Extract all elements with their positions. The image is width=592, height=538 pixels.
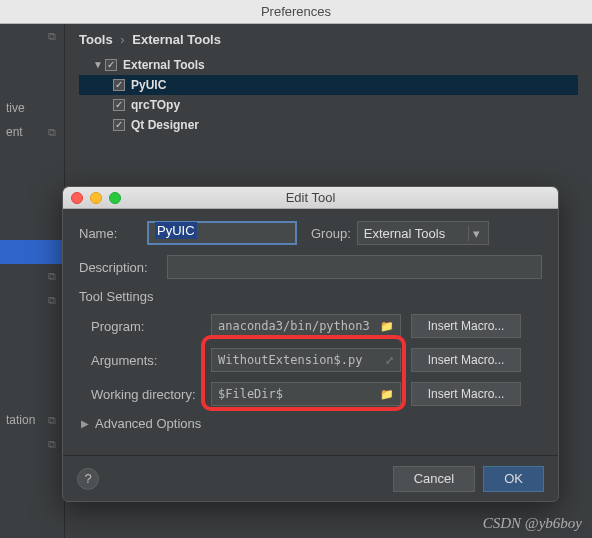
copy-icon: ⧉ <box>48 120 56 144</box>
breadcrumb: Tools › External Tools <box>79 32 578 47</box>
sidebar-item[interactable]: tive <box>0 96 64 120</box>
sidebar-item[interactable] <box>0 336 64 360</box>
preferences-title-bar: Preferences <box>0 0 592 24</box>
advanced-options-toggle[interactable]: ▶ Advanced Options <box>79 416 542 431</box>
sidebar-item[interactable] <box>0 72 64 96</box>
copy-icon: ⧉ <box>48 288 56 312</box>
preferences-sidebar: ⧉ tive ent⧉ ⧉ ⧉ tation⧉ ⧉ <box>0 24 65 538</box>
sidebar-item[interactable] <box>0 168 64 192</box>
checkbox[interactable]: ✓ <box>105 59 117 71</box>
description-label: Description: <box>79 260 167 275</box>
tree-item-label: Qt Designer <box>131 115 199 135</box>
group-label: Group: <box>311 226 351 241</box>
sidebar-item[interactable]: ⧉ <box>0 432 64 456</box>
tree-item-label: qrcTOpy <box>131 95 180 115</box>
sidebar-item[interactable] <box>0 48 64 72</box>
cancel-button[interactable]: Cancel <box>393 466 475 492</box>
sidebar-item[interactable] <box>0 312 64 336</box>
working-dir-input[interactable]: $FileDir$ 📁 <box>211 382 401 406</box>
watermark: CSDN @yb6boy <box>483 515 582 532</box>
tree-item-qtdesigner[interactable]: ✓ Qt Designer <box>79 115 578 135</box>
help-button[interactable]: ? <box>77 468 99 490</box>
sidebar-item[interactable]: ⧉ <box>0 264 64 288</box>
group-combo[interactable]: External Tools ▾ <box>357 221 489 245</box>
arguments-label: Arguments: <box>79 353 211 368</box>
zoom-icon[interactable] <box>109 192 121 204</box>
sidebar-item[interactable] <box>0 384 64 408</box>
tools-tree: ▼ ✓ External Tools ✓ PyUIC ✓ qrcTOpy ✓ Q… <box>79 55 578 135</box>
copy-icon: ⧉ <box>48 432 56 456</box>
sidebar-item[interactable] <box>0 360 64 384</box>
copy-icon: ⧉ <box>48 264 56 288</box>
folder-icon[interactable]: 📁 <box>380 388 394 401</box>
breadcrumb-root[interactable]: Tools <box>79 32 113 47</box>
program-input[interactable]: anaconda3/bin/python3 📁 <box>211 314 401 338</box>
tree-item-pyuic[interactable]: ✓ PyUIC <box>79 75 578 95</box>
copy-icon: ⧉ <box>48 408 56 432</box>
insert-macro-button[interactable]: Insert Macro... <box>411 382 521 406</box>
folder-icon[interactable]: 📁 <box>380 320 394 333</box>
ok-button[interactable]: OK <box>483 466 544 492</box>
sidebar-item-selected[interactable] <box>0 240 64 264</box>
sidebar-item[interactable] <box>0 192 64 216</box>
tree-root-label: External Tools <box>123 55 205 75</box>
tool-settings-heading: Tool Settings <box>79 289 542 304</box>
minimize-icon[interactable] <box>90 192 102 204</box>
sidebar-item[interactable]: ent⧉ <box>0 120 64 144</box>
name-input[interactable]: PyUIC <box>147 221 297 245</box>
close-icon[interactable] <box>71 192 83 204</box>
arguments-input[interactable]: WithoutExtension$.py ⤢ <box>211 348 401 372</box>
insert-macro-button[interactable]: Insert Macro... <box>411 348 521 372</box>
tree-item-qrctopy[interactable]: ✓ qrcTOpy <box>79 95 578 115</box>
sidebar-item[interactable] <box>0 216 64 240</box>
chevron-down-icon: ▾ <box>468 226 484 241</box>
sidebar-item[interactable]: ⧉ <box>0 288 64 312</box>
working-dir-label: Working directory: <box>79 387 211 402</box>
edit-tool-dialog: Edit Tool Name: PyUIC Group: External To… <box>62 186 559 502</box>
chevron-right-icon: ▶ <box>81 418 89 429</box>
expand-icon[interactable]: ⤢ <box>385 354 394 367</box>
sidebar-item[interactable]: ⧉ <box>0 24 64 48</box>
dialog-title: Edit Tool <box>286 190 336 205</box>
copy-icon: ⧉ <box>48 24 56 48</box>
insert-macro-button[interactable]: Insert Macro... <box>411 314 521 338</box>
sidebar-item[interactable]: tation⧉ <box>0 408 64 432</box>
tree-root-row[interactable]: ▼ ✓ External Tools <box>79 55 578 75</box>
checkbox[interactable]: ✓ <box>113 79 125 91</box>
name-label: Name: <box>79 226 147 241</box>
tree-item-label: PyUIC <box>131 75 166 95</box>
sidebar-item[interactable] <box>0 144 64 168</box>
chevron-down-icon[interactable]: ▼ <box>93 55 103 75</box>
description-input[interactable] <box>167 255 542 279</box>
breadcrumb-leaf: External Tools <box>132 32 221 47</box>
chevron-right-icon: › <box>120 32 124 47</box>
group-value: External Tools <box>364 226 445 241</box>
program-label: Program: <box>79 319 211 334</box>
dialog-title-bar[interactable]: Edit Tool <box>63 187 558 209</box>
checkbox[interactable]: ✓ <box>113 99 125 111</box>
checkbox[interactable]: ✓ <box>113 119 125 131</box>
